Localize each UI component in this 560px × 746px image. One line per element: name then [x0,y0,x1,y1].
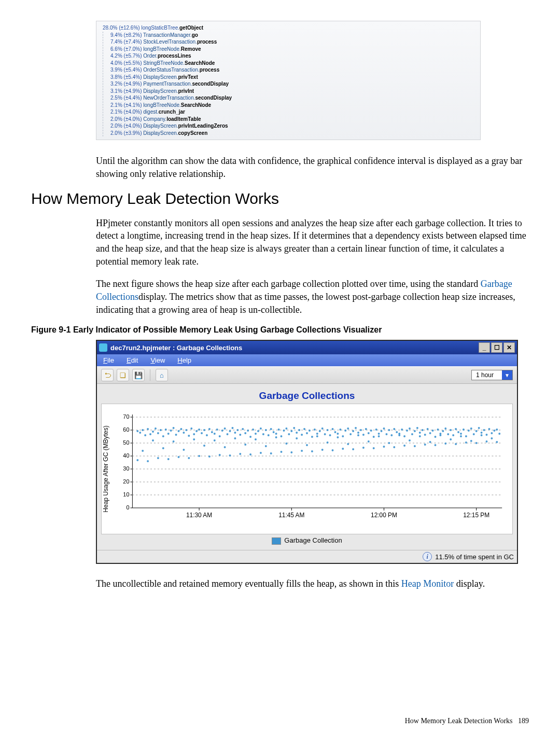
svg-text:10: 10 [123,491,129,498]
svg-point-222 [347,443,349,445]
paragraph: The uncollectible and retained memory ev… [96,577,529,590]
tree-item[interactable]: 7.4% (±7.4%) StockLevelTransaction.proce… [110,38,476,46]
svg-point-112 [337,433,339,435]
menu-view[interactable]: View [150,356,165,364]
svg-point-116 [347,427,349,430]
paragraph: The next figure shows the heap size afte… [96,278,529,316]
svg-point-85 [268,434,270,436]
svg-point-44 [162,435,164,437]
tree-item[interactable]: 3.2% (±4.9%) PaymentTransaction.secondDi… [110,80,476,88]
back-icon[interactable]: ⮌ [101,369,114,381]
link-heap-monitor[interactable]: Heap Monitor [401,578,454,589]
minimize-button[interactable]: _ [479,342,490,353]
svg-point-243 [419,435,421,437]
tree-item[interactable]: 9.4% (±8.2%) TransactionManager.go [110,32,476,39]
tree-item[interactable]: 3.9% (±5.4%) OrderStatusTransaction.proc… [110,66,476,74]
svg-point-105 [319,430,321,432]
svg-point-159 [457,431,459,433]
svg-point-189 [270,452,272,454]
tree-item[interactable]: 2.0% (±4.0%) DisplayScreen.privIntLeadin… [110,122,476,130]
svg-point-60 [203,429,205,431]
svg-point-69 [227,433,229,435]
svg-point-42 [157,432,159,434]
svg-point-107 [324,433,326,435]
svg-point-171 [488,428,490,430]
tree-item[interactable]: 3.8% (±5.4%) DisplayScreen.privText [110,74,476,81]
svg-point-135 [396,431,398,433]
tree-item[interactable]: 6.6% (±7.0%) longBTreeNode.Remove [110,46,476,53]
tree-item[interactable]: 2.1% (±4.1%) longBTreeNode.SearchNode [110,102,476,109]
svg-point-50 [178,430,180,432]
svg-point-141 [411,433,413,435]
svg-point-132 [388,429,390,431]
page-footer: How Memory Leak Detection Works 189 [405,717,529,725]
svg-point-83 [262,433,264,435]
svg-point-58 [198,429,200,431]
svg-text:20: 20 [123,478,129,485]
svg-point-176 [136,459,138,461]
svg-point-179 [167,458,170,460]
windows-icon[interactable]: ❏ [117,369,129,381]
window-title: dec7run2.hpjmeter : Garbage Collections [110,344,242,352]
svg-point-55 [190,427,192,430]
svg-point-154 [444,427,446,430]
svg-point-139 [406,430,408,432]
svg-point-244 [439,434,441,436]
svg-point-183 [208,455,211,458]
svg-point-78 [249,436,251,438]
tree-item[interactable]: 2.5% (±4.4%) NewOrderTransaction.secondD… [110,94,476,102]
svg-point-190 [281,451,283,453]
svg-point-157 [452,434,454,436]
svg-point-47 [170,430,172,432]
menu-help[interactable]: Help [177,356,191,364]
tree-item[interactable]: 2.0% (±3.9%) DisplayScreen.copyScreen [110,130,476,137]
tree-item[interactable]: 2.0% (±4.0%) Company.loadItemTable [110,116,476,123]
chart-title: Garbage Collections [99,386,515,404]
save-icon[interactable]: 💾 [132,369,145,381]
svg-point-144 [419,432,421,434]
svg-text:Heap Usage After GC (MBytes): Heap Usage After GC (MBytes) [102,426,109,513]
svg-point-165 [473,433,475,435]
svg-point-36 [142,429,144,431]
tree-item[interactable]: 4.0% (±5.5%) StringBTreeNode.SearchNode [110,60,476,67]
tree-root-row[interactable]: 28.0% (±12.6%) longStaticBTree.getObject [103,24,476,32]
svg-point-194 [321,449,324,451]
svg-point-95 [293,427,295,429]
svg-point-117 [349,433,352,435]
svg-point-241 [378,435,380,437]
svg-point-161 [463,429,465,431]
svg-point-174 [496,429,498,431]
svg-point-128 [378,433,380,435]
svg-text:11:30 AM: 11:30 AM [186,512,212,519]
close-button[interactable]: ✕ [503,342,515,353]
paragraph: Until the algorithm can show the data wi… [96,155,529,181]
tree-item[interactable]: 3.1% (±4.9%) DisplayScreen.privInt [110,88,476,95]
svg-point-75 [242,428,244,430]
time-range-select[interactable]: 1 hour ▼ [471,370,513,380]
svg-point-245 [460,435,462,437]
svg-point-166 [475,430,478,432]
svg-point-204 [424,444,426,446]
menu-edit[interactable]: Edit [127,356,138,364]
svg-point-246 [481,434,483,436]
svg-text:30: 30 [123,465,129,472]
tree-item[interactable]: 4.2% (±5.7%) Order.processLines [110,52,476,60]
svg-point-129 [381,430,383,432]
svg-point-103 [314,429,316,431]
svg-point-34 [136,430,138,432]
svg-point-237 [296,437,298,439]
svg-point-195 [332,449,334,451]
maximize-button[interactable]: ☐ [491,342,502,353]
svg-point-226 [429,441,431,443]
svg-point-150 [435,436,437,438]
window: dec7run2.hpjmeter : Garbage Collections … [96,340,518,564]
svg-point-134 [393,428,395,430]
paragraph: HPjmeter constantly monitors all open se… [96,217,529,268]
menu-file[interactable]: File [103,356,114,364]
svg-point-65 [216,429,218,431]
home-icon[interactable]: ⌂ [156,369,168,381]
tree-item[interactable]: 2.1% (±4.0%) digest.crunch_jar [110,108,476,116]
svg-point-98 [301,434,303,436]
svg-point-113 [339,429,341,431]
svg-point-57 [195,430,198,432]
